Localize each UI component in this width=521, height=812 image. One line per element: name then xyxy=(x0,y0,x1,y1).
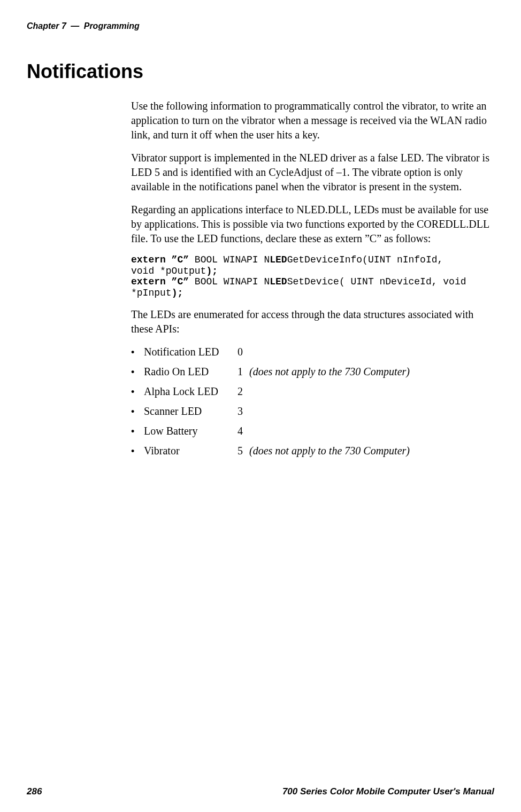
bullet-icon: • xyxy=(131,387,144,397)
section-label: Programming xyxy=(84,21,140,30)
led-num: 1 xyxy=(237,365,247,379)
code-l4b: ); xyxy=(172,288,183,298)
paragraph-vibrator: Vibrator support is implemented in the N… xyxy=(131,151,494,194)
paragraph-interface: Regarding an applications interface to N… xyxy=(131,203,494,246)
body-content: Use the following information to program… xyxy=(131,99,494,458)
code-led1: LED xyxy=(270,254,287,265)
chapter-label: Chapter 7 xyxy=(27,21,66,30)
led-name: Low Battery xyxy=(144,424,237,438)
code-l1b: BOOL WINAPI N xyxy=(189,254,270,265)
paragraph-intro: Use the following information to program… xyxy=(131,99,494,142)
led-note: (does not apply to the 730 Computer) xyxy=(249,444,410,458)
code-l2a: void *pOutput xyxy=(131,266,206,276)
led-name: Alpha Lock LED xyxy=(144,384,237,399)
list-item: • Vibrator 5 (does not apply to the 730 … xyxy=(131,444,494,458)
code-l1d: GetDeviceInfo(UINT nInfoId, xyxy=(287,254,443,265)
bullet-icon: • xyxy=(131,427,144,436)
page-number: 286 xyxy=(27,786,42,797)
manual-title: 700 Series Color Mobile Computer User's … xyxy=(282,786,494,797)
code-extern2: extern ”C” xyxy=(131,276,189,287)
list-item: • Scanner LED 3 xyxy=(131,404,494,419)
list-item: • Low Battery 4 xyxy=(131,424,494,438)
list-item: • Radio On LED 1 (does not apply to the … xyxy=(131,365,494,379)
bullet-icon: • xyxy=(131,407,144,416)
bullet-icon: • xyxy=(131,367,144,377)
led-name: Scanner LED xyxy=(144,404,237,419)
paragraph-enum: The LEDs are enumerated for access throu… xyxy=(131,307,494,336)
list-item: • Notification LED 0 xyxy=(131,345,494,359)
led-num: 4 xyxy=(237,424,247,438)
led-num: 0 xyxy=(237,345,247,359)
code-l3b: BOOL WINAPI N xyxy=(189,276,270,287)
led-note: (does not apply to the 730 Computer) xyxy=(249,365,410,379)
list-item: • Alpha Lock LED 2 xyxy=(131,384,494,399)
bullet-icon: • xyxy=(131,347,144,357)
code-l2b: ); xyxy=(206,266,218,276)
led-name: Vibrator xyxy=(144,444,237,458)
page-footer: 286 700 Series Color Mobile Computer Use… xyxy=(27,786,494,797)
led-num: 3 xyxy=(237,404,247,419)
header-dash: — xyxy=(71,21,79,30)
page-header: Chapter 7 — Programming xyxy=(27,21,494,31)
led-name: Notification LED xyxy=(144,345,237,359)
bullet-icon: • xyxy=(131,446,144,456)
led-num: 2 xyxy=(237,384,247,399)
code-extern1: extern ”C” xyxy=(131,254,189,265)
page-title: Notifications xyxy=(27,60,494,83)
code-block: extern ”C” BOOL WINAPI NLEDGetDeviceInfo… xyxy=(131,254,494,299)
code-l4a: *pInput xyxy=(131,288,172,298)
code-led2: LED xyxy=(270,276,287,287)
led-name: Radio On LED xyxy=(144,365,237,379)
led-list: • Notification LED 0 • Radio On LED 1 (d… xyxy=(131,345,494,458)
led-num: 5 xyxy=(237,444,247,458)
code-l3d: SetDevice( UINT nDeviceId, void xyxy=(287,276,466,287)
